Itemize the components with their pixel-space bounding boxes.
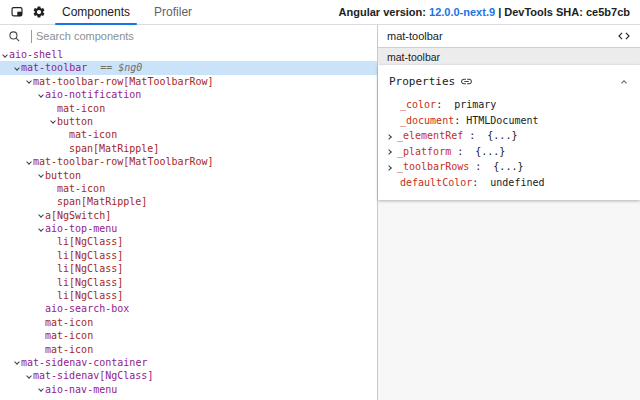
search-icon bbox=[8, 30, 21, 43]
tree-node-label: mat-toolbar bbox=[21, 62, 87, 73]
property-name: _platform bbox=[397, 146, 451, 157]
version-info: Angular version: 12.0.0-next.9 | DevTool… bbox=[339, 6, 630, 18]
chevron-down-icon[interactable] bbox=[36, 169, 45, 183]
tab-components[interactable]: Components bbox=[50, 0, 142, 25]
chevron-right-icon[interactable] bbox=[387, 144, 397, 160]
tree-node-label: li[NgClass] bbox=[57, 263, 123, 274]
inspect-element-button[interactable] bbox=[6, 0, 28, 24]
property-name: _toolbarRows bbox=[397, 161, 469, 172]
inspect-icon bbox=[10, 5, 24, 19]
breadcrumb-item[interactable]: mat-toolbar bbox=[387, 51, 440, 63]
property-name: _document bbox=[400, 115, 454, 126]
tab-profiler[interactable]: Profiler bbox=[142, 0, 204, 25]
tree-node-label: span[MatRipple] bbox=[57, 196, 147, 207]
search-input[interactable] bbox=[33, 30, 369, 42]
property-row[interactable]: _platform : {...} bbox=[378, 144, 640, 160]
tree-node-label: mat-icon bbox=[45, 330, 93, 341]
version-prefix: Angular version: bbox=[339, 6, 429, 18]
tree-row[interactable]: li[NgClass] bbox=[0, 249, 377, 262]
chevron-down-icon[interactable] bbox=[36, 383, 45, 397]
tree-row[interactable]: aio-top-menu bbox=[0, 222, 377, 235]
property-name: defaultColor bbox=[400, 177, 472, 188]
tree-row[interactable]: mat-toolbar== $ng0 bbox=[0, 61, 377, 74]
chevron-down-icon[interactable] bbox=[36, 88, 45, 102]
tree-node-label: aio-notification bbox=[45, 89, 141, 100]
tree-node-label: aio-top-menu bbox=[45, 223, 117, 234]
property-separator: : bbox=[454, 115, 466, 126]
property-separator: : bbox=[463, 130, 487, 141]
gear-icon bbox=[32, 5, 46, 19]
tree-row[interactable]: span[MatRipple] bbox=[0, 142, 377, 155]
properties-list: _color: primary_document: HTMLDocument_e… bbox=[378, 97, 640, 190]
tree-node-label: aio-search-box bbox=[45, 303, 129, 314]
tree-row[interactable]: mat-icon bbox=[0, 316, 377, 329]
tree-row[interactable]: li[NgClass] bbox=[0, 262, 377, 275]
tree-row[interactable]: mat-toolbar-row[MatToolbarRow] bbox=[0, 75, 377, 88]
properties-card: Properties _color: primary_document: HTM… bbox=[378, 65, 640, 200]
tree-node-label: li[NgClass] bbox=[57, 290, 123, 301]
tree-node-label: li[NgClass] bbox=[57, 277, 123, 288]
chevron-down-icon[interactable] bbox=[24, 155, 33, 169]
property-row[interactable]: _document: HTMLDocument bbox=[378, 113, 640, 129]
tree-row[interactable]: li[NgClass] bbox=[0, 276, 377, 289]
tree-row[interactable]: a[NgSwitch] bbox=[0, 209, 377, 222]
tree-row[interactable]: aio-notification bbox=[0, 88, 377, 101]
chevron-down-icon[interactable] bbox=[12, 356, 21, 370]
tree-node-label: aio-nav-menu bbox=[45, 384, 117, 395]
tree-row[interactable]: mat-toolbar-row[MatToolbarRow] bbox=[0, 155, 377, 168]
component-tree-panel: aio-shellmat-toolbar== $ng0mat-toolbar-r… bbox=[0, 25, 378, 400]
settings-button[interactable] bbox=[28, 0, 50, 24]
inspector-title: mat-toolbar bbox=[387, 30, 443, 42]
property-separator: : bbox=[436, 99, 454, 110]
tree-node-label: mat-toolbar-row[MatToolbarRow] bbox=[33, 156, 214, 167]
property-row[interactable]: _elementRef : {...} bbox=[378, 128, 640, 144]
inspector-header: mat-toolbar bbox=[378, 25, 640, 47]
tree-row[interactable]: li[NgClass] bbox=[0, 289, 377, 302]
angular-version-value: 12.0.0-next.9 bbox=[429, 6, 495, 18]
property-value: {...} bbox=[475, 146, 505, 157]
view-source-button[interactable] bbox=[617, 29, 631, 43]
tree-row[interactable]: mat-icon bbox=[0, 128, 377, 141]
properties-section-title: Properties bbox=[389, 75, 455, 88]
tree-node-label: a[NgSwitch] bbox=[45, 210, 111, 221]
tree-row[interactable]: button bbox=[0, 115, 377, 128]
tree-row[interactable]: li[NgClass] bbox=[0, 235, 377, 248]
chevron-down-icon[interactable] bbox=[36, 209, 45, 223]
property-value: {...} bbox=[493, 161, 523, 172]
tree-row[interactable]: mat-icon bbox=[0, 102, 377, 115]
property-name: _elementRef bbox=[397, 130, 463, 141]
property-value: HTMLDocument bbox=[466, 115, 538, 126]
devtools-topbar: Components Profiler Angular version: 12.… bbox=[0, 0, 640, 25]
code-icon bbox=[617, 29, 631, 43]
chevron-up-icon bbox=[618, 76, 630, 88]
link-icon[interactable] bbox=[460, 75, 473, 88]
tree-row[interactable]: mat-sidenav-container bbox=[0, 356, 377, 369]
chevron-down-icon[interactable] bbox=[12, 61, 21, 75]
property-row[interactable]: _toolbarRows : {...} bbox=[378, 159, 640, 175]
chevron-right-icon[interactable] bbox=[387, 159, 397, 175]
component-tree: aio-shellmat-toolbar== $ng0mat-toolbar-r… bbox=[0, 47, 377, 400]
tree-row[interactable]: aio-search-box bbox=[0, 302, 377, 315]
chevron-down-icon[interactable] bbox=[24, 369, 33, 383]
tree-row[interactable]: aio-shell bbox=[0, 48, 377, 61]
tree-row[interactable]: mat-icon bbox=[0, 329, 377, 342]
property-row[interactable]: defaultColor: undefined bbox=[378, 175, 640, 191]
tree-node-label: mat-icon bbox=[69, 129, 117, 140]
chevron-down-icon[interactable] bbox=[36, 222, 45, 236]
property-row[interactable]: _color: primary bbox=[378, 97, 640, 113]
chevron-down-icon[interactable] bbox=[48, 115, 57, 129]
chevron-down-icon[interactable] bbox=[24, 75, 33, 89]
tree-node-label: li[NgClass] bbox=[57, 236, 123, 247]
tree-node-label: mat-toolbar-row[MatToolbarRow] bbox=[33, 76, 214, 87]
tree-row[interactable]: mat-sidenav[NgClass] bbox=[0, 369, 377, 382]
tree-row[interactable]: mat-icon bbox=[0, 343, 377, 356]
tree-node-label: mat-sidenav-container bbox=[21, 357, 147, 368]
tree-row[interactable]: button bbox=[0, 169, 377, 182]
tree-row[interactable]: mat-icon bbox=[0, 182, 377, 195]
tree-row[interactable]: aio-nav-menu bbox=[0, 383, 377, 396]
chevron-right-icon[interactable] bbox=[387, 128, 397, 144]
collapse-section-button[interactable] bbox=[618, 76, 630, 88]
tree-row[interactable]: span[MatRipple] bbox=[0, 195, 377, 208]
chevron-down-icon[interactable] bbox=[0, 48, 9, 62]
tree-node-label: mat-icon bbox=[45, 317, 93, 328]
